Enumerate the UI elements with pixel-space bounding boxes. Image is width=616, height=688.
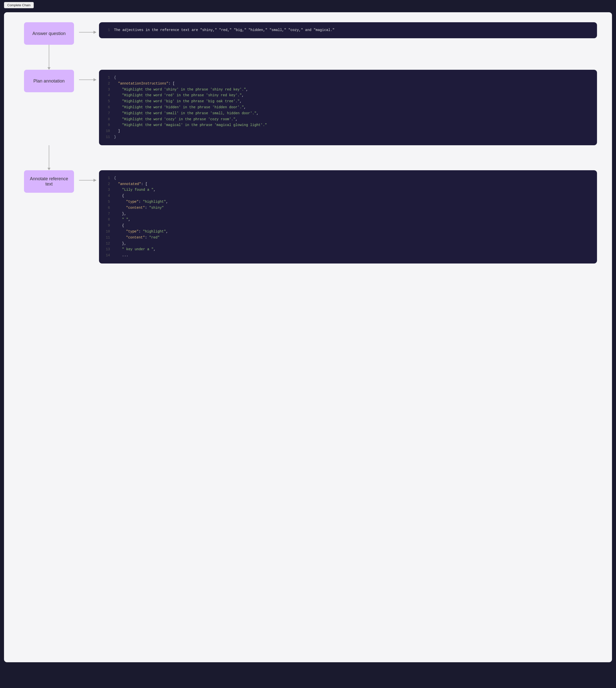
- code-line: 4 {: [105, 193, 591, 199]
- svg-marker-9: [93, 179, 96, 182]
- top-bar: Complete Chain: [0, 0, 616, 10]
- svg-marker-7: [47, 168, 50, 170]
- code-line: 6 "content": "shiny": [105, 205, 591, 211]
- node-col-1: Answer question: [19, 22, 79, 45]
- code-line: 13 " key under a ",: [105, 246, 591, 252]
- code-line: 8 "Highlight the word 'cozy' in the phra…: [105, 116, 591, 123]
- svg-marker-3: [47, 67, 50, 70]
- main-container: Answer question 1 The adjectives in the …: [4, 12, 612, 662]
- code-line: 11 "content": "red": [105, 235, 591, 241]
- node-col-3: Annotate reference text: [19, 170, 79, 193]
- answer-question-node: Answer question: [24, 22, 74, 45]
- code-line: 7 "Highlight the word 'small' in the phr…: [105, 111, 591, 116]
- code-line: 8 " ",: [105, 217, 591, 223]
- code-line: 1 The adjectives in the reference text a…: [105, 27, 591, 33]
- code-line: 11 }: [105, 134, 591, 140]
- arrow-down-icon-2: [46, 164, 52, 170]
- arrow-right-3: [79, 170, 99, 183]
- code-line: 1 {: [105, 75, 591, 81]
- output-box-2: 1 { 2 "annotationInstructions": [ 3 "Hig…: [99, 70, 597, 145]
- output-box-1: 1 The adjectives in the reference text a…: [99, 22, 597, 38]
- code-line: 2 "annotated": [: [105, 181, 591, 187]
- complete-chain-badge: Complete Chain: [4, 2, 34, 8]
- code-line: 5 "type": "highlight",: [105, 199, 591, 205]
- code-line: 6 "Highlight the word 'hidden' in the ph…: [105, 105, 591, 111]
- code-line: 1 {: [105, 175, 591, 181]
- arrow-down-icon: [46, 64, 52, 70]
- flow-area: Answer question 1 The adjectives in the …: [19, 22, 597, 264]
- flow-row-3: Annotate reference text 1 { 2: [19, 170, 597, 264]
- svg-marker-5: [93, 78, 96, 81]
- plan-annotation-node: Plan annotation: [24, 70, 74, 92]
- flow-row-1: Answer question 1 The adjectives in the …: [19, 22, 597, 45]
- output-col-2: 1 { 2 "annotationInstructions": [ 3 "Hig…: [99, 70, 597, 145]
- arrow-right-1: [79, 22, 99, 35]
- code-line: 7 },: [105, 211, 591, 217]
- code-line: 4 "Highlight the word 'red' in the phras…: [105, 92, 591, 98]
- connector-2-3: [24, 145, 74, 170]
- output-col-3: 1 { 2 "annotated": [ 3 "Lily found a ", …: [99, 170, 597, 264]
- annotate-reference-node: Annotate reference text: [24, 170, 74, 193]
- code-line: 9 {: [105, 223, 591, 229]
- code-line: 2 "annotationInstructions": [: [105, 81, 591, 87]
- code-line: 12 },: [105, 241, 591, 247]
- flow-row-2: Plan annotation 1 { 2: [19, 70, 597, 145]
- code-line: 3 "Highlight the word 'shiny' in the phr…: [105, 87, 591, 93]
- code-line: 3 "Lily found a ",: [105, 187, 591, 193]
- code-line: 10 ]: [105, 128, 591, 134]
- node-col-2: Plan annotation: [19, 70, 79, 92]
- output-col-1: 1 The adjectives in the reference text a…: [99, 22, 597, 38]
- code-line: 5 "Highlight the word 'big' in the phras…: [105, 98, 591, 105]
- code-line: 10 "type": "highlight",: [105, 229, 591, 235]
- svg-marker-1: [93, 31, 96, 34]
- output-box-3: 1 { 2 "annotated": [ 3 "Lily found a ", …: [99, 170, 597, 264]
- arrow-right-2: [79, 70, 99, 83]
- code-line: 9 "Highlight the word 'magical' in the p…: [105, 122, 591, 128]
- connector-1-2: [24, 45, 74, 70]
- code-line: 14 ...: [105, 252, 591, 259]
